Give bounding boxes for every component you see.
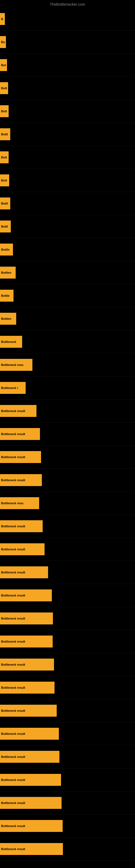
bar-label-10: Bottl — [1, 225, 8, 228]
bar-29: Bottleneck result — [0, 659, 54, 671]
bar-35: Bottleneck result — [0, 797, 61, 809]
bar-1: B — [0, 13, 5, 25]
bar-18: Bottleneck result — [0, 405, 37, 417]
bar-row: Bottleneck result — [0, 400, 135, 423]
bar-14: Bottlen — [0, 313, 16, 325]
bars-container: BBoBotBottBottBottlBottBottBottlBottlBot… — [0, 8, 135, 861]
bar-label-28: Bottleneck result — [1, 640, 25, 643]
bar-label-25: Bottleneck result — [1, 571, 25, 574]
bar-row: Bottl — [0, 215, 135, 238]
bar-row: Bott — [0, 169, 135, 192]
bar-label-16: Bottleneck resu — [1, 363, 24, 367]
bar-row: Bottleneck — [0, 330, 135, 353]
bar-row: Bottlen — [0, 307, 135, 330]
bar-label-34: Bottleneck result — [1, 778, 25, 781]
bar-row: B — [0, 8, 135, 31]
bar-row: Bottleneck result — [0, 446, 135, 469]
bar-row: Bottle — [0, 284, 135, 307]
bar-label-33: Bottleneck result — [1, 755, 25, 758]
bar-row: Bottleneck result — [0, 722, 135, 745]
bar-label-3: Bot — [1, 63, 6, 67]
bar-row: Bottleneck result — [0, 423, 135, 446]
bar-label-29: Bottleneck result — [1, 663, 25, 666]
bar-row: Bottleneck result — [0, 630, 135, 653]
bar-row: Bottleneck result — [0, 792, 135, 814]
bar-row: Bottleneck result — [0, 814, 135, 838]
bar-row: Bot — [0, 54, 135, 77]
bar-row: Bottleneck result — [0, 469, 135, 492]
bar-label-8: Bott — [1, 179, 7, 182]
bar-row: Bottleneck result — [0, 561, 135, 584]
bar-row: Bottl — [0, 123, 135, 146]
bar-31: Bottleneck result — [0, 705, 57, 717]
bar-row: Bott — [0, 146, 135, 169]
bar-row: Bo — [0, 31, 135, 54]
bar-row: Bottleneck result — [0, 515, 135, 538]
bar-label-2: Bo — [1, 40, 5, 44]
bar-row: Bottlen — [0, 261, 135, 284]
bar-row: Bottl — [0, 192, 135, 215]
bar-16: Bottleneck resu — [0, 359, 32, 371]
bar-row: Bottleneck result — [0, 607, 135, 630]
bar-label-9: Bottl — [1, 202, 8, 205]
site-title: TheBottlenecker.com — [0, 0, 135, 8]
bar-17: Bottleneck r — [0, 382, 26, 394]
bar-13: Bottle — [0, 290, 13, 302]
bar-22: Bottleneck resu — [0, 497, 39, 509]
bar-4: Bott — [0, 82, 8, 94]
bar-label-14: Bottlen — [1, 317, 11, 320]
bar-label-20: Bottleneck result — [1, 456, 25, 459]
bar-5: Bott — [0, 105, 9, 117]
bar-20: Bottleneck result — [0, 451, 41, 463]
bar-label-19: Bottleneck result — [1, 432, 25, 436]
bar-label-30: Bottleneck result — [1, 686, 25, 689]
bar-label-6: Bottl — [1, 133, 8, 136]
bar-label-27: Bottleneck result — [1, 617, 25, 620]
bar-label-32: Bottleneck result — [1, 732, 25, 735]
bar-row: Bottleneck result — [0, 584, 135, 607]
bar-row: Bottleneck result — [0, 745, 135, 769]
bar-37: Bottleneck result — [0, 843, 63, 855]
bar-21: Bottleneck result — [0, 474, 42, 486]
bar-label-13: Bottle — [1, 294, 9, 297]
bar-label-18: Bottleneck result — [1, 409, 25, 412]
bar-row: Bottle — [0, 238, 135, 261]
bar-34: Bottleneck result — [0, 774, 61, 786]
bar-15: Bottleneck — [0, 336, 22, 348]
bar-label-37: Bottleneck result — [1, 847, 25, 850]
bar-label-26: Bottleneck result — [1, 594, 25, 597]
bar-label-15: Bottleneck — [1, 340, 16, 343]
bar-row: Bottleneck result — [0, 769, 135, 792]
bar-row: Bottleneck result — [0, 699, 135, 722]
bar-row: Bott — [0, 100, 135, 123]
bar-label-4: Bott — [1, 87, 7, 90]
bar-row: Bottleneck result — [0, 538, 135, 561]
bar-label-35: Bottleneck result — [1, 801, 25, 805]
bar-row: Bott — [0, 77, 135, 100]
bar-12: Bottlen — [0, 267, 16, 279]
bar-19: Bottleneck result — [0, 428, 40, 440]
bar-row: Bottleneck r — [0, 376, 135, 400]
bar-32: Bottleneck result — [0, 728, 59, 740]
bar-label-12: Bottlen — [1, 271, 11, 274]
bar-label-23: Bottleneck result — [1, 525, 25, 528]
bar-label-21: Bottleneck result — [1, 478, 25, 482]
bar-23: Bottleneck result — [0, 520, 43, 532]
bar-26: Bottleneck result — [0, 589, 52, 601]
bar-33: Bottleneck result — [0, 751, 59, 763]
bar-2: Bo — [0, 36, 6, 48]
bar-36: Bottleneck result — [0, 820, 63, 832]
bar-28: Bottleneck result — [0, 636, 53, 648]
bar-27: Bottleneck result — [0, 613, 53, 624]
bar-row: Bottleneck result — [0, 838, 135, 861]
bar-label-22: Bottleneck resu — [1, 501, 24, 505]
bar-row: Bottleneck resu — [0, 492, 135, 515]
bar-label-36: Bottleneck result — [1, 824, 25, 828]
bar-10: Bottl — [0, 220, 11, 232]
bar-label-24: Bottleneck result — [1, 548, 25, 551]
bar-label-5: Bott — [1, 110, 7, 113]
bar-24: Bottleneck result — [0, 543, 45, 555]
bar-label-11: Bottle — [1, 248, 9, 251]
bar-label-7: Bott — [1, 156, 7, 159]
bar-6: Bottl — [0, 128, 10, 140]
